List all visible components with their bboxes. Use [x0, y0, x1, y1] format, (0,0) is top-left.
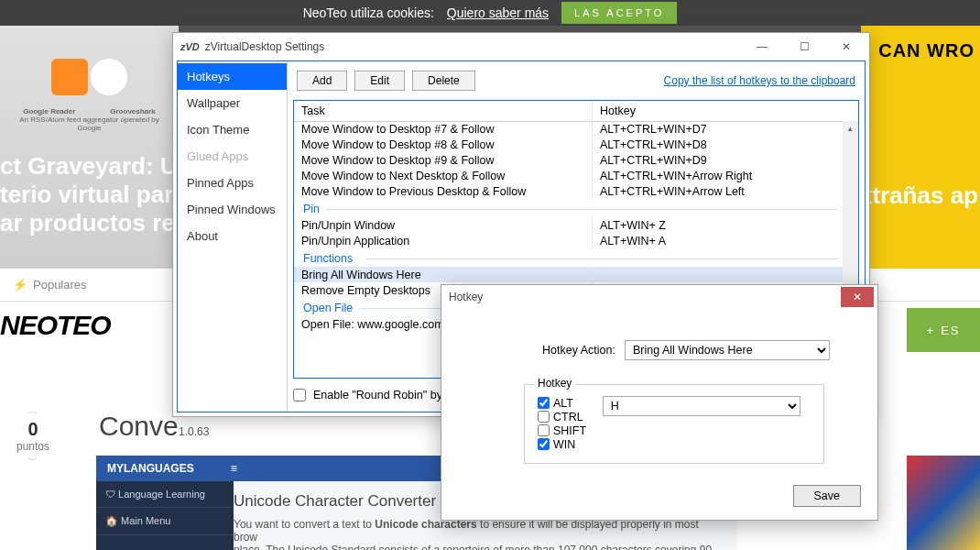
- ctrl-checkbox[interactable]: [538, 411, 550, 423]
- hotkey-dialog-title: Hotkey: [449, 291, 483, 303]
- cookie-accept-button[interactable]: LAS ACEPTO: [561, 2, 677, 24]
- hotkey-cell: [593, 267, 843, 282]
- close-button[interactable]: ✕: [841, 287, 874, 307]
- sidebar-item-about[interactable]: About: [178, 223, 287, 249]
- sidebar-item-wallpaper[interactable]: Wallpaper: [178, 90, 287, 116]
- task-cell: Move Window to Previous Desktop & Follow: [294, 183, 593, 199]
- section-pin: Pin: [294, 199, 843, 217]
- section-functions: Functions: [294, 248, 843, 267]
- minimize-button[interactable]: —: [741, 34, 783, 60]
- key-select[interactable]: H: [603, 396, 800, 416]
- hotkey-dialog-body: Hotkey Action: Bring All Windows Here Ho…: [441, 309, 877, 475]
- settings-window-title: zVirtualDesktop Settings: [205, 40, 325, 53]
- edit-button[interactable]: Edit: [354, 71, 405, 91]
- table-row[interactable]: Pin/Unpin ApplicationALT+WIN+ A: [294, 233, 843, 248]
- hero-right-panel: [861, 26, 980, 269]
- table-header: Task Hotkey: [294, 101, 858, 122]
- add-button[interactable]: Add: [297, 71, 347, 91]
- site-logo: NEOTEO: [0, 310, 111, 341]
- hotkey-cell: ALT+CTRL+WIN+Arrow Right: [593, 168, 843, 183]
- headline-left: ct Graveyard: U terio virtual par ar pro…: [0, 152, 178, 238]
- hotkey-cell: ALT+CTRL+WIN+Arrow Left: [593, 183, 843, 199]
- sidebar-item-hotkeys[interactable]: Hotkeys: [178, 63, 287, 90]
- table-row[interactable]: Move Window to Desktop #7 & FollowALT+CT…: [294, 121, 843, 137]
- settings-sidebar: Hotkeys Wallpaper Icon Theme Glued Apps …: [178, 61, 288, 412]
- col-task-header[interactable]: Task: [294, 101, 593, 121]
- table-row[interactable]: Move Window to Previous Desktop & Follow…: [294, 183, 843, 199]
- sidebar-item-pinnedapps[interactable]: Pinned Apps: [178, 170, 287, 196]
- col-hotkey-header[interactable]: Hotkey: [593, 101, 858, 121]
- thumbnail-image[interactable]: [907, 456, 980, 550]
- mylang-brand: MYLANGUAGES: [107, 462, 194, 475]
- headline-left-3: ar productos re: [0, 209, 178, 237]
- task-cell: Pin/Unpin Window: [294, 217, 593, 233]
- delete-button[interactable]: Delete: [412, 71, 475, 91]
- alt-checkbox[interactable]: [538, 397, 550, 409]
- badge-sub-1: An RSS/Atom feed aggregator operated by …: [7, 116, 171, 132]
- hotkey-group-legend: Hotkey: [534, 377, 575, 390]
- action-select[interactable]: Bring All Windows Here: [625, 340, 830, 360]
- maximize-button[interactable]: ☐: [783, 34, 825, 60]
- save-button[interactable]: Save: [793, 485, 862, 507]
- vote-widget[interactable]: ︿ 0 puntos ﹀: [16, 403, 49, 468]
- badge-title-2: Grooveshark: [106, 107, 158, 116]
- headline-right: xtrañas ap: [859, 182, 978, 210]
- version-label: 1.0.63: [179, 425, 209, 438]
- headline-left-1: ct Graveyard: U: [0, 152, 178, 181]
- scroll-up-icon[interactable]: ▴: [843, 121, 858, 137]
- mylang-sidebar-mainmenu[interactable]: 🏠 Main Menu: [96, 508, 234, 535]
- settings-titlebar[interactable]: zVD zVirtualDesktop Settings — ☐ ✕: [173, 33, 869, 60]
- task-cell: Move Window to Desktop #9 & Follow: [294, 152, 593, 168]
- roundrobin-checkbox[interactable]: [293, 389, 306, 402]
- vote-label: puntos: [16, 440, 49, 453]
- chevron-down-icon[interactable]: ﹀: [16, 453, 49, 468]
- write-button-label: ES: [941, 324, 960, 337]
- shift-checkbox-label[interactable]: SHIFT: [538, 424, 586, 437]
- ctrl-checkbox-label[interactable]: CTRL: [538, 411, 586, 424]
- badge-title-1: Google Reader: [19, 107, 79, 116]
- sidebar-item-icontheme[interactable]: Icon Theme: [178, 116, 287, 143]
- mylang-sidebar-learning[interactable]: 🛡 Language Learning: [96, 481, 234, 508]
- table-row[interactable]: Move Window to Next Desktop & FollowALT+…: [294, 168, 843, 183]
- win-checkbox[interactable]: [538, 438, 550, 450]
- article-title-partial: Conve: [99, 411, 179, 442]
- task-cell: Pin/Unpin Application: [294, 233, 593, 248]
- task-cell: Move Window to Desktop #8 & Follow: [294, 137, 593, 152]
- close-button[interactable]: ✕: [825, 34, 867, 60]
- table-row[interactable]: Move Window to Desktop #9 & FollowALT+CT…: [294, 152, 843, 168]
- hotkey-cell: ALT+WIN+ A: [593, 233, 843, 248]
- sidebar-item-pinnedwin[interactable]: Pinned Windows: [178, 196, 287, 223]
- hotkey-cell: ALT+CTRL+WIN+D7: [593, 121, 843, 137]
- alt-checkbox-label[interactable]: ALT: [538, 397, 586, 410]
- plus-icon: +: [927, 324, 936, 337]
- action-row: Hotkey Action: Bring All Windows Here: [460, 336, 859, 364]
- hotkeys-toolbar: Add Edit Delete Copy the list of hotkeys…: [288, 61, 865, 100]
- shift-checkbox[interactable]: [538, 424, 550, 436]
- mylang-sidebar: 🛡 Language Learning 🏠 Main Menu: [96, 481, 234, 550]
- hotkey-group: Hotkey ALT CTRL SHIFT WIN H: [524, 384, 824, 464]
- grooveshark-icon: [91, 59, 127, 95]
- modifier-checkboxes: ALT CTRL SHIFT WIN: [538, 396, 586, 452]
- task-cell: Move Window to Desktop #7 & Follow: [294, 121, 593, 137]
- app-logo-icon: zVD: [180, 41, 200, 52]
- action-label: Hotkey Action:: [460, 344, 615, 357]
- cookie-text: NeoTeo utiliza cookies:: [303, 6, 434, 20]
- cookie-learn-more-link[interactable]: Quiero saber más: [447, 6, 549, 20]
- table-row[interactable]: Pin/Unpin WindowALT+WIN+ Z: [294, 217, 843, 233]
- win-checkbox-label[interactable]: WIN: [538, 438, 586, 451]
- task-cell: Bring All Windows Here: [294, 267, 593, 282]
- headline-left-2: terio virtual par: [0, 181, 178, 209]
- write-button[interactable]: + ES: [907, 308, 980, 352]
- hotkey-cell: ALT+CTRL+WIN+D9: [593, 152, 843, 168]
- table-row[interactable]: Move Window to Desktop #8 & FollowALT+CT…: [294, 137, 843, 152]
- rss-icon: [51, 59, 88, 95]
- hotkey-dialog: Hotkey ✕ Hotkey Action: Bring All Window…: [441, 284, 878, 521]
- task-cell: Move Window to Next Desktop & Follow: [294, 168, 593, 183]
- table-row[interactable]: Bring All Windows Here: [294, 267, 843, 282]
- sidebar-item-gluedapps[interactable]: Glued Apps: [178, 143, 287, 170]
- hamburger-icon[interactable]: ≡: [231, 462, 237, 475]
- hotkey-titlebar[interactable]: Hotkey ✕: [441, 285, 877, 309]
- copy-hotkeys-link[interactable]: Copy the list of hotkeys to the clipboar…: [664, 74, 855, 87]
- subbar-label: Populares: [33, 278, 87, 292]
- chevron-up-icon[interactable]: ︿: [16, 403, 49, 419]
